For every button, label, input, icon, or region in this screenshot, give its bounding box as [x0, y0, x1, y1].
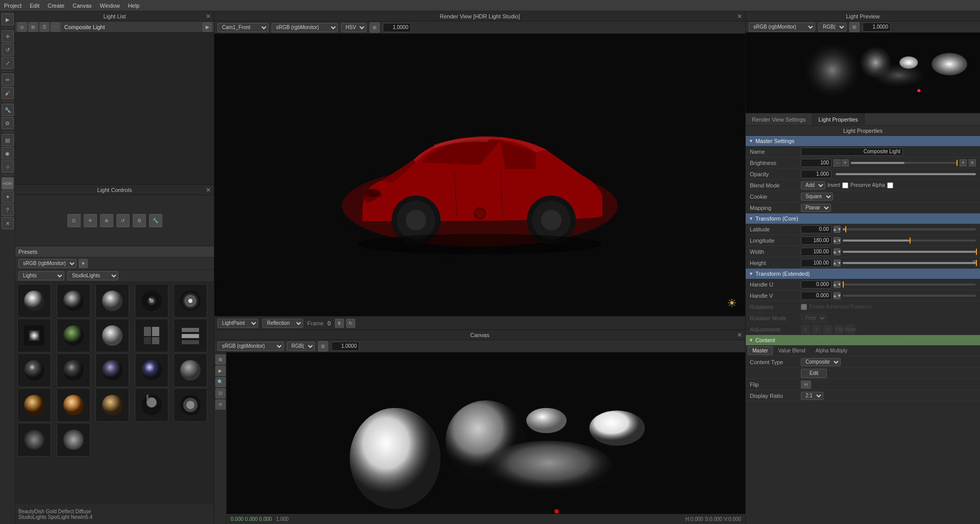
- cv-tool-4[interactable]: ⊡: [215, 388, 226, 398]
- light-list-close[interactable]: ✕: [206, 13, 211, 20]
- brightness-plus[interactable]: +: [842, 159, 849, 166]
- light-list-icon-grid[interactable]: ⊞: [29, 22, 38, 32]
- cv-tool-5[interactable]: ↺: [215, 399, 226, 410]
- preset-item-16[interactable]: [17, 388, 51, 422]
- height-slider[interactable]: [843, 262, 976, 264]
- presets-subcategory[interactable]: StudioLights: [67, 271, 118, 280]
- toolbar-close[interactable]: ✕: [2, 217, 14, 229]
- toolbar-move[interactable]: ✛: [2, 30, 14, 42]
- lp-color-mode[interactable]: sRGB (rgbMonitor): [749, 22, 815, 32]
- toolbar-help[interactable]: ?: [2, 204, 14, 216]
- rv-refresh-btn[interactable]: ↻: [346, 319, 355, 328]
- handleu-slider[interactable]: [843, 283, 976, 285]
- toolbar-eye[interactable]: ◉: [2, 147, 14, 159]
- adv-rotations-cb[interactable]: [801, 304, 807, 310]
- render-view-close[interactable]: ✕: [737, 13, 742, 20]
- prop-display-ratio-select[interactable]: 2:1: [801, 392, 823, 400]
- preset-item-18[interactable]: [95, 388, 129, 422]
- prop-cookie-select[interactable]: Square: [801, 193, 833, 201]
- latitude-slider[interactable]: [843, 228, 976, 230]
- lon-stepper[interactable]: ▲▼: [834, 237, 841, 244]
- menu-edit[interactable]: Edit: [30, 3, 39, 9]
- tab-light-properties[interactable]: Light Properties: [813, 113, 865, 125]
- prop-opacity-input[interactable]: [801, 170, 831, 178]
- content-tab-master[interactable]: Master: [748, 346, 773, 355]
- menu-canvas[interactable]: Canvas: [72, 3, 91, 9]
- w-stepper[interactable]: ▲▼: [834, 248, 841, 255]
- lc-btn-1[interactable]: ⊡: [67, 214, 81, 227]
- preset-item-15[interactable]: [174, 353, 207, 387]
- rv-exposure[interactable]: [383, 23, 411, 32]
- preset-item-14[interactable]: [135, 353, 168, 387]
- light-list-expand[interactable]: ▶: [203, 22, 212, 32]
- content-tab-alpha-multiply[interactable]: Alpha Multiply: [811, 346, 852, 355]
- prop-latitude-input[interactable]: [801, 225, 831, 233]
- presets-category[interactable]: Lights: [18, 271, 64, 280]
- menu-project[interactable]: Project: [4, 3, 21, 9]
- toolbar-wrench[interactable]: 🔧: [2, 104, 14, 116]
- toolbar-scale[interactable]: ⤢: [2, 57, 14, 69]
- lc-btn-5[interactable]: ⚙: [133, 214, 146, 227]
- canvas-hdr-icon[interactable]: ⊞: [318, 341, 328, 351]
- prop-flip-btn[interactable]: H: [801, 380, 811, 389]
- toolbar-settings[interactable]: ⚙: [2, 117, 14, 129]
- prop-height-input[interactable]: [801, 259, 831, 267]
- prop-width-input[interactable]: [801, 248, 831, 256]
- canvas-color-mode[interactable]: sRGB (rgbMonitor): [217, 342, 284, 351]
- rv-paint-type[interactable]: Reflection: [262, 319, 303, 328]
- prop-invert-cb[interactable]: [842, 182, 848, 188]
- light-list-icon-eye[interactable]: ◎: [17, 22, 27, 32]
- section-transform-ext[interactable]: ▼ Transform (Extended): [746, 269, 980, 279]
- preset-item-19[interactable]: [135, 388, 168, 422]
- preset-item-4[interactable]: [135, 284, 168, 318]
- preset-item-9[interactable]: [135, 319, 168, 352]
- toolbar-cursor[interactable]: ⊹: [2, 160, 14, 173]
- preset-item-22[interactable]: [57, 423, 90, 457]
- brightness-add[interactable]: +: [960, 159, 967, 166]
- menu-window[interactable]: Window: [100, 3, 120, 9]
- h-stepper[interactable]: ▲▼: [834, 259, 841, 267]
- preset-item-13[interactable]: [95, 353, 129, 387]
- prop-content-type-select[interactable]: Composite: [801, 358, 841, 366]
- canvas-color-space[interactable]: RGB(A): [287, 342, 315, 351]
- presets-color-icon[interactable]: ▼: [79, 259, 88, 268]
- rv-color-mode[interactable]: sRGB (rgbMonitor): [272, 23, 338, 32]
- toolbar-rotate[interactable]: ↺: [2, 43, 14, 56]
- preset-item-5[interactable]: [174, 284, 207, 318]
- rv-hdr-icon[interactable]: ⊞: [370, 22, 380, 33]
- prop-handleu-input[interactable]: [801, 280, 831, 289]
- hu-stepper[interactable]: ▲▼: [834, 281, 841, 288]
- light-list-icon-more[interactable]: ⋯: [51, 22, 60, 32]
- rv-play-btn[interactable]: ⏸: [335, 319, 344, 328]
- lc-btn-4[interactable]: ↺: [116, 214, 130, 227]
- lp-color-space[interactable]: RGB(A): [818, 22, 846, 32]
- toolbar-paint[interactable]: 🖌: [2, 87, 14, 99]
- preset-item-10[interactable]: [174, 319, 207, 352]
- lc-btn-2[interactable]: ✛: [84, 214, 97, 227]
- brightness-minus[interactable]: -: [834, 159, 841, 166]
- toolbar-brush[interactable]: ✏: [2, 74, 14, 86]
- handlev-slider[interactable]: [843, 295, 976, 297]
- toolbar-fx[interactable]: ✦: [2, 190, 14, 203]
- prop-mapping-select[interactable]: Planar: [801, 204, 831, 212]
- preset-item-3[interactable]: [95, 284, 129, 318]
- menu-help[interactable]: Help: [128, 3, 140, 9]
- light-controls-close[interactable]: ✕: [206, 186, 211, 194]
- tab-render-view-settings[interactable]: Render View Settings: [746, 113, 813, 125]
- lc-btn-3[interactable]: ⊕: [100, 214, 113, 227]
- content-tab-value-blend[interactable]: Value Blend: [774, 346, 810, 355]
- rv-color-space[interactable]: HSV: [341, 23, 366, 32]
- content-edit-btn[interactable]: Edit: [801, 369, 827, 378]
- section-content[interactable]: ▼ Content: [746, 335, 980, 345]
- canvas-exposure[interactable]: [331, 342, 359, 351]
- preset-item-21[interactable]: [17, 423, 51, 457]
- prop-blend-select[interactable]: Add: [801, 181, 825, 189]
- cv-tool-3[interactable]: 🔍: [215, 377, 226, 387]
- width-slider[interactable]: [843, 251, 976, 253]
- preset-item-8[interactable]: [95, 319, 129, 352]
- menu-create[interactable]: Create: [47, 3, 64, 9]
- brightness-more[interactable]: ≡: [969, 159, 976, 166]
- light-list-icon-list[interactable]: ☰: [40, 22, 49, 32]
- brightness-slider[interactable]: [851, 162, 958, 164]
- cv-tool-1[interactable]: ⊞: [215, 354, 226, 365]
